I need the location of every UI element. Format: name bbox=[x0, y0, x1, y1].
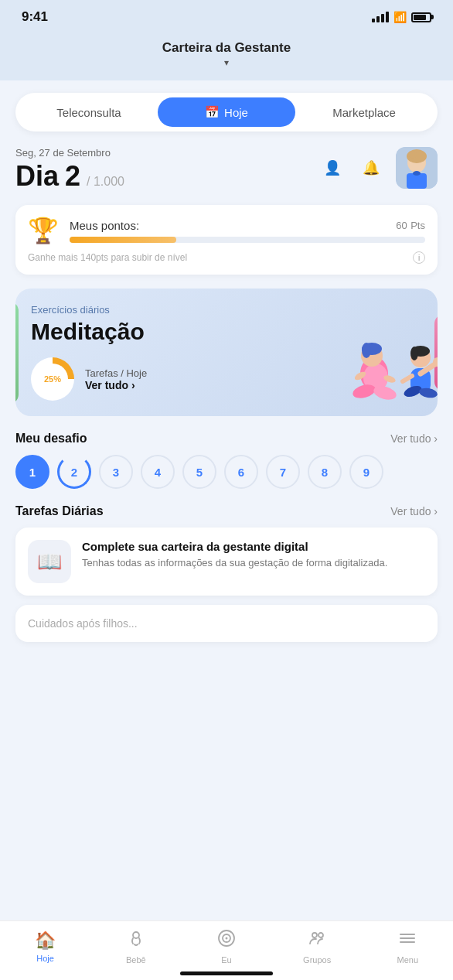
exercise-tasks: Tarefas / Hoje Ver tudo › bbox=[85, 367, 147, 391]
progress-bar-background bbox=[70, 237, 425, 243]
avatar-image bbox=[396, 147, 438, 189]
challenge-dot-4[interactable]: 4 bbox=[141, 455, 175, 489]
wifi-icon: 📶 bbox=[393, 11, 407, 23]
tab-teleconsulta[interactable]: Teleconsulta bbox=[20, 98, 158, 127]
tab-hoje[interactable]: 📅 Hoje bbox=[158, 97, 295, 127]
battery-icon bbox=[411, 12, 431, 22]
meditation-illustration bbox=[322, 308, 438, 416]
tab-marketplace[interactable]: Marketplace bbox=[295, 98, 433, 127]
task-text-1: Complete sua carteira da gestante digita… bbox=[82, 540, 387, 570]
svg-point-26 bbox=[133, 932, 139, 938]
challenge-dot-8[interactable]: 8 bbox=[308, 455, 342, 489]
challenge-section-title: Meu desafio bbox=[15, 432, 87, 446]
challenge-dots-container: 1 2 3 4 5 6 7 8 9 bbox=[15, 455, 438, 489]
svg-point-5 bbox=[413, 171, 421, 176]
points-info: Meus pontos: 60 Pts bbox=[70, 218, 425, 243]
tasks-section-title: Tarefas Diárias bbox=[15, 504, 104, 518]
tasks-today-label: Tarefas / Hoje bbox=[85, 367, 147, 379]
menu-icon bbox=[398, 929, 417, 952]
task-title-1: Complete sua carteira da gestante digita… bbox=[82, 540, 387, 553]
eu-icon bbox=[217, 929, 236, 952]
svg-point-11 bbox=[362, 343, 371, 358]
circle-progress: 25% bbox=[31, 357, 74, 401]
nav-eu[interactable]: Eu bbox=[203, 929, 250, 965]
points-header: 🏆 Meus pontos: 60 Pts bbox=[28, 216, 425, 245]
home-indicator bbox=[180, 971, 273, 975]
nav-grupos[interactable]: Grupos bbox=[294, 929, 340, 965]
status-bar: 9:41 📶 bbox=[0, 0, 453, 34]
points-hint: Ganhe mais 140pts para subir de nível i bbox=[28, 251, 425, 264]
total-days: / 1.000 bbox=[87, 175, 124, 189]
date-right: 👤 🔔 bbox=[318, 147, 438, 189]
person-icon-button[interactable]: 👤 bbox=[318, 154, 346, 182]
task-card-partial[interactable]: Cuidados após filhos... bbox=[15, 605, 438, 642]
nav-hoje[interactable]: 🏠 Hoje bbox=[22, 930, 69, 963]
challenge-dot-5[interactable]: 5 bbox=[182, 455, 216, 489]
header-chevron[interactable]: ▾ bbox=[0, 57, 453, 68]
avatar[interactable] bbox=[396, 147, 438, 189]
signal-bars-icon bbox=[372, 12, 389, 22]
tasks-see-all-link[interactable]: Ver tudo › bbox=[85, 379, 147, 391]
calendar-icon: 📅 bbox=[205, 105, 220, 119]
header: Carteira da Gestante ▾ bbox=[0, 34, 453, 80]
date-title: Dia 2 / 1.000 bbox=[15, 160, 124, 193]
challenge-dot-9[interactable]: 9 bbox=[349, 455, 383, 489]
day-label: Dia bbox=[15, 160, 59, 193]
nav-menu[interactable]: Menu bbox=[384, 929, 431, 965]
exercise-card[interactable]: Exercícios diários Meditação 25% Tarefas… bbox=[15, 289, 438, 416]
nav-bebe[interactable]: Bebê bbox=[113, 929, 159, 965]
header-title: Carteira da Gestante bbox=[0, 40, 453, 56]
svg-point-20 bbox=[410, 347, 418, 360]
home-icon: 🏠 bbox=[35, 930, 56, 951]
challenge-see-all[interactable]: Ver tudo › bbox=[390, 432, 438, 445]
nav-hoje-label: Hoje bbox=[36, 954, 54, 963]
task-card-1[interactable]: 📖 Complete sua carteira da gestante digi… bbox=[15, 528, 438, 596]
tasks-section-header: Tarefas Diárias Ver tudo › bbox=[15, 504, 438, 518]
svg-point-31 bbox=[318, 933, 323, 937]
challenge-section-header: Meu desafio Ver tudo › bbox=[15, 432, 438, 446]
challenge-dot-6[interactable]: 6 bbox=[224, 455, 258, 489]
main-content: Teleconsulta 📅 Hoje Marketplace Seg, 27 … bbox=[0, 80, 453, 719]
info-icon[interactable]: i bbox=[413, 251, 425, 264]
date-left: Seg, 27 de Setembro Dia 2 / 1.000 bbox=[15, 147, 124, 193]
date-section: Seg, 27 de Setembro Dia 2 / 1.000 👤 🔔 bbox=[15, 147, 438, 193]
nav-eu-label: Eu bbox=[221, 955, 231, 965]
day-number: 2 bbox=[65, 160, 80, 193]
points-label: Meus pontos: bbox=[70, 219, 139, 232]
partial-task-label: Cuidados após filhos... bbox=[28, 617, 138, 630]
status-icons: 📶 bbox=[372, 11, 431, 23]
challenge-dot-1[interactable]: 1 bbox=[15, 455, 49, 489]
circle-progress-label: 25% bbox=[37, 364, 68, 394]
grupos-icon bbox=[308, 929, 326, 952]
tasks-see-all[interactable]: Ver tudo › bbox=[390, 505, 438, 517]
task-desc-1: Tenhas todas as informações da sua gesta… bbox=[82, 556, 387, 570]
nav-bebe-label: Bebê bbox=[126, 955, 146, 965]
task-icon-1: 📖 bbox=[28, 540, 71, 583]
challenge-dot-7[interactable]: 7 bbox=[266, 455, 300, 489]
tab-selector: Teleconsulta 📅 Hoje Marketplace bbox=[15, 93, 438, 131]
trophy-icon: 🏆 bbox=[28, 216, 59, 245]
svg-point-3 bbox=[408, 151, 417, 159]
progress-bar-fill bbox=[70, 237, 176, 243]
status-time: 9:41 bbox=[22, 9, 48, 25]
date-subtitle: Seg, 27 de Setembro bbox=[15, 147, 124, 159]
svg-point-29 bbox=[225, 937, 227, 940]
nav-grupos-label: Grupos bbox=[303, 955, 331, 965]
left-strip-decoration bbox=[15, 302, 19, 404]
exercise-illustration bbox=[322, 308, 438, 416]
points-value: 60 Pts bbox=[396, 218, 425, 232]
challenge-dot-3[interactable]: 3 bbox=[99, 455, 133, 489]
challenge-dot-2[interactable]: 2 bbox=[57, 455, 91, 489]
nav-menu-label: Menu bbox=[397, 955, 419, 965]
points-card: 🏆 Meus pontos: 60 Pts Ganhe mais 140pts … bbox=[15, 205, 438, 275]
points-row: Meus pontos: 60 Pts bbox=[70, 218, 425, 232]
svg-point-30 bbox=[312, 933, 317, 937]
bell-icon-button[interactable]: 🔔 bbox=[357, 154, 385, 182]
bebe-icon bbox=[127, 929, 145, 952]
